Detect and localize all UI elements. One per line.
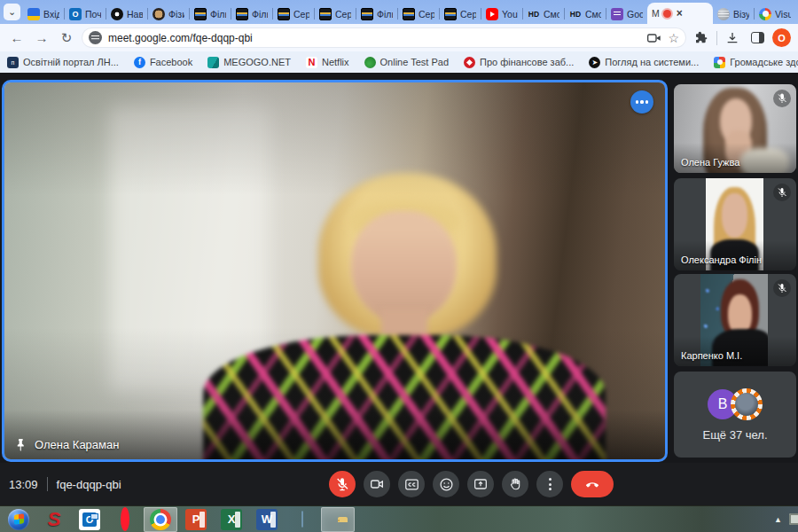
url-text[interactable]: meet.google.com/fqe-dqqp-qbi <box>108 32 641 44</box>
reactions-button[interactable] <box>433 471 459 497</box>
reload-icon[interactable]: ↻ <box>57 28 76 48</box>
downloads-icon[interactable] <box>723 28 742 48</box>
site-info-icon[interactable] <box>89 31 102 44</box>
participant-name: Карпенко М.І. <box>681 350 742 361</box>
camera-in-use-icon[interactable] <box>647 33 661 43</box>
more-options-button[interactable] <box>536 471 563 497</box>
end-call-button[interactable] <box>571 471 614 497</box>
forward-icon[interactable]: → <box>32 28 51 48</box>
participant-tile[interactable]: Олена Гужва <box>674 84 796 173</box>
mic-muted-icon <box>773 279 791 297</box>
taskbar-app-notes[interactable] <box>286 507 319 532</box>
more-participants-tile[interactable]: B Ещё 37 чел. <box>674 372 796 458</box>
browser-tab[interactable]: OПоч <box>65 4 106 24</box>
reddot-favicon-icon <box>464 57 475 68</box>
megogo-favicon-icon <box>207 57 219 68</box>
bookmark-item[interactable]: ➤Погляд на системи... <box>589 57 699 68</box>
bookmark-item[interactable]: fFacebook <box>134 57 192 68</box>
bookmarks-bar: пОсвітній портал ЛН...fFacebookMEGOGO.NE… <box>0 51 798 73</box>
bookmark-item[interactable]: MEGOGO.NET <box>207 57 291 68</box>
present-button[interactable] <box>467 471 494 497</box>
close-tab-icon[interactable]: × <box>677 7 683 20</box>
tab-label: Фізи <box>168 9 184 20</box>
tab-active-meet[interactable]: M× <box>647 3 713 24</box>
browser-tab[interactable]: Visu <box>755 4 795 24</box>
taskbar-app-opera[interactable] <box>108 507 142 532</box>
taskbar-app-explorer[interactable] <box>321 507 355 532</box>
camera-button[interactable] <box>364 471 390 497</box>
video-vignette <box>4 82 665 459</box>
profile-avatar[interactable]: O <box>772 28 791 47</box>
testpad-favicon-icon <box>364 57 376 68</box>
recording-indicator-icon <box>663 10 671 18</box>
browser-tab[interactable]: Філь <box>356 4 397 24</box>
bookmark-label: Online Test Pad <box>380 57 449 67</box>
raise-hand-button[interactable] <box>502 471 528 497</box>
bookmark-item[interactable]: Про фінансове заб... <box>464 57 574 68</box>
bookmark-star-icon[interactable]: ☆ <box>668 31 679 45</box>
address-bar[interactable]: meet.google.com/fqe-dqqp-qbi ☆ <box>82 27 686 48</box>
participant-tile[interactable]: Олександра Філін <box>674 178 796 270</box>
show-hidden-icons-icon[interactable]: ▲ <box>774 515 782 524</box>
bookmark-item[interactable]: Online Test Pad <box>364 57 449 68</box>
google-favicon-icon <box>714 57 725 68</box>
tab-label: Філь <box>377 9 393 20</box>
facebook-favicon-icon: f <box>134 57 145 68</box>
start-button[interactable] <box>2 507 35 532</box>
coin-favicon-icon <box>153 8 165 20</box>
notes-icon <box>301 512 303 528</box>
participant-avatar-photo <box>731 388 763 420</box>
participant-tile[interactable]: Карпенко М.І. <box>674 274 796 366</box>
tab-label: M <box>652 8 660 19</box>
extensions-puzzle-icon[interactable] <box>692 28 711 48</box>
browser-tab[interactable]: Сер <box>315 4 356 24</box>
tab-label: Філь <box>210 9 226 20</box>
smile-icon <box>439 477 454 492</box>
media-favicon-icon <box>194 8 207 20</box>
taskbar-app-excel[interactable]: X <box>215 507 248 532</box>
browser-tab[interactable]: Сер <box>273 4 314 24</box>
browser-tab[interactable]: Філь <box>190 4 231 24</box>
target-favicon-icon <box>111 8 123 20</box>
browser-tab[interactable]: Фізи <box>148 4 189 24</box>
taskbar-apps: SOPXW <box>2 507 356 532</box>
taskbar-app-outlook[interactable]: O <box>73 507 106 532</box>
browser-tab[interactable]: Візу <box>713 4 754 24</box>
taskbar-app-s-app[interactable]: S <box>37 507 71 532</box>
tab-label: Сер <box>419 9 434 20</box>
browser-tab[interactable]: Сер <box>398 4 439 24</box>
pin-icon <box>15 438 27 451</box>
browser-tab[interactable]: Вхід <box>23 4 64 24</box>
tab-search-chevron-icon[interactable]: ⌄ <box>4 4 20 20</box>
side-panel-icon[interactable] <box>747 28 767 48</box>
taskbar-app-powerpoint[interactable]: P <box>179 507 213 532</box>
browser-tab[interactable]: HDСмо <box>565 4 606 24</box>
browser-tab[interactable]: YouT <box>481 4 522 24</box>
main-video-tile[interactable]: Олена Караман <box>2 80 668 462</box>
bookmark-item[interactable]: Громадське здоро... <box>714 57 798 68</box>
back-icon[interactable]: ← <box>7 28 27 48</box>
browser-tab[interactable]: Goo <box>606 4 647 24</box>
tray-device-icon[interactable] <box>789 513 798 525</box>
call-controls <box>329 471 614 497</box>
browser-tab[interactable]: Філь <box>231 4 272 24</box>
tab-label: Сер <box>460 9 476 20</box>
browser-tab[interactable]: Нав <box>106 4 147 24</box>
word-icon: W <box>256 509 278 530</box>
taskbar-app-word[interactable]: W <box>250 507 284 532</box>
mic-button[interactable] <box>329 471 356 497</box>
hd-favicon-icon: HD <box>528 8 540 20</box>
browser-tab[interactable]: HDСмо <box>523 4 564 24</box>
taskbar-app-chrome[interactable] <box>144 507 177 532</box>
browser-tab[interactable]: Сер <box>440 4 481 24</box>
media-favicon-icon <box>444 8 457 20</box>
bookmark-item[interactable]: NNetflix <box>306 57 349 68</box>
outlook-icon: O <box>79 509 100 530</box>
mic-muted-icon <box>773 90 791 107</box>
info-divider <box>47 477 48 491</box>
captions-button[interactable] <box>398 471 425 497</box>
bookmark-label: Netflix <box>322 57 349 67</box>
meeting-info: 13:09 fqe-dqqp-qbi <box>9 463 121 505</box>
bookmark-item[interactable]: пОсвітній портал ЛН... <box>7 57 119 68</box>
tile-more-options-icon[interactable] <box>630 90 653 113</box>
